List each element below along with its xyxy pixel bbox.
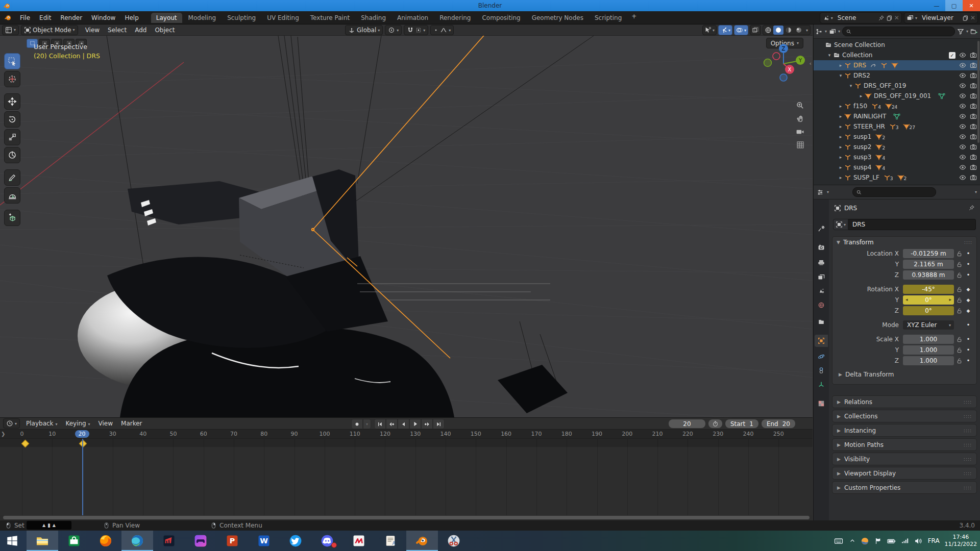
current-frame-field[interactable]: 20 [669,419,705,428]
camera-icon[interactable] [970,72,977,79]
viewport-menu-add[interactable]: Add [131,27,151,34]
transform-panel-header[interactable]: ▼ Transform :::: [832,237,976,248]
auto-keying-toggle[interactable] [351,419,363,429]
timeline-expand-icon[interactable]: ❯ [1,431,5,437]
camera-view-icon[interactable] [796,128,804,136]
tool-transform[interactable] [4,147,20,163]
close-button[interactable]: ✕ [963,0,980,11]
keyframe-diamond-icon[interactable]: ◆ [964,308,972,313]
keying-set-dropdown[interactable]: ▾ [363,419,371,429]
drag-handle-icon[interactable]: :::: [964,428,972,433]
camera-icon[interactable] [970,113,977,120]
timeline-channels[interactable] [0,439,813,515]
eye-icon[interactable] [959,113,966,120]
shading-wireframe-button[interactable] [763,26,773,35]
display-mode-icon[interactable] [829,28,836,35]
taskbar-snipping-tool[interactable] [438,531,470,551]
taskbar-word[interactable]: W [248,531,280,551]
panel-custom-properties[interactable]: ▶Custom Properties:::: [832,481,977,494]
unlink-viewlayer-icon[interactable]: ✕ [970,14,975,21]
timeline-menu-view[interactable]: View [94,420,117,427]
expander-icon[interactable]: ▸ [837,144,844,149]
timeline-menu-marker[interactable]: Marker [117,420,146,427]
outliner-item-label[interactable]: susp1 [851,133,871,140]
expander-icon[interactable]: ▸ [837,175,844,180]
eye-icon[interactable] [959,82,966,89]
drag-handle-icon[interactable]: :::: [964,399,972,405]
mode-selector[interactable]: Object Mode▾ [21,25,78,35]
viewlayer-selector[interactable]: ▾ ViewLayer ✕ [904,12,978,23]
workspace-tab-geometry-nodes[interactable]: Geometry Nodes [527,13,589,23]
taskbar-blender[interactable] [406,531,438,551]
drag-handle-icon[interactable]: :::: [964,414,972,419]
unlink-scene-icon[interactable]: ✕ [894,14,899,21]
properties-tab-world[interactable] [815,299,828,311]
delta-transform-panel[interactable]: ▶Delta Transform [832,369,976,380]
xray-toggle[interactable] [750,25,761,35]
tool-measure[interactable] [4,187,20,204]
drag-handle-icon[interactable]: :::: [964,240,972,245]
use-preview-range-toggle[interactable] [708,419,722,428]
field-z[interactable]: 0.93888 m [903,270,954,280]
animate-dot-icon[interactable]: • [964,346,972,354]
lock-open-icon[interactable] [956,336,963,343]
lock-open-icon[interactable] [956,272,963,279]
animate-dot-icon[interactable]: • [964,336,972,343]
jump-first-button[interactable] [374,419,386,429]
lock-open-icon[interactable] [956,347,963,354]
properties-editor-icon[interactable] [817,189,824,196]
taskbar-clock[interactable]: 17:46 11/12/2022 [945,534,977,548]
lock-open-icon[interactable] [956,261,963,268]
outliner-scrollbar[interactable] [977,41,979,143]
animate-dot-icon[interactable]: • [964,357,972,364]
keyframe-diamond-icon[interactable]: ◆ [964,287,972,292]
eye-icon[interactable] [959,103,966,110]
timeline-menu-playback[interactable]: Playback ▾ [22,420,61,427]
workspace-tab-rendering[interactable]: Rendering [434,13,476,23]
properties-tab-physics[interactable] [815,350,828,363]
eye-icon[interactable] [959,52,966,59]
taskbar-game-launcher[interactable] [185,531,216,551]
eye-icon[interactable] [959,123,966,130]
taskbar-edge[interactable] [121,531,153,551]
panel-visibility[interactable]: ▶Visibility:::: [832,453,977,465]
keyframe-diamond-icon[interactable]: ◆ [964,297,972,303]
camera-icon[interactable] [970,164,977,171]
expander-icon[interactable]: ▸ [837,124,844,129]
panel-relations[interactable]: ▶Relations:::: [832,395,977,408]
animate-dot-icon[interactable]: • [964,321,972,329]
eye-icon[interactable] [959,174,966,181]
camera-icon[interactable] [970,133,977,140]
taskbar-file-explorer[interactable] [27,531,58,551]
properties-tab-constraints[interactable] [815,364,828,377]
battery-icon[interactable] [887,537,896,545]
outliner-item-label[interactable]: DRS_OFF_019 [862,82,906,89]
timeline-scrollbar[interactable] [3,516,810,519]
snap-toggle[interactable]: ▾ [404,25,428,35]
eye-icon[interactable] [959,154,966,161]
expander-icon[interactable]: ▸ [857,93,865,98]
expander-icon[interactable]: ▸ [837,114,844,119]
field-y[interactable]: ◂▸0° [903,295,954,305]
panel-instancing[interactable]: ▶Instancing:::: [832,424,977,437]
properties-search[interactable] [852,187,936,197]
play-button[interactable] [409,419,421,429]
camera-icon[interactable] [970,103,977,110]
weather-icon[interactable] [861,537,869,545]
menu-edit[interactable]: Edit [35,14,56,21]
properties-tab-output[interactable] [815,257,828,269]
animate-dot-icon[interactable]: • [964,271,972,279]
drag-handle-icon[interactable]: :::: [964,485,972,490]
taskbar-start[interactable] [0,531,24,551]
properties-tab-object[interactable] [815,335,828,347]
outliner-row-DRS[interactable]: ▸ DRS [814,60,980,70]
outliner-search-input[interactable] [854,28,951,35]
zoom-icon[interactable] [796,101,804,110]
expander-icon[interactable]: ▾ [837,73,844,78]
outliner-row-SUSP_LF[interactable]: ▸ SUSP_LF32 [814,172,980,183]
workspace-tab-modeling[interactable]: Modeling [183,13,222,23]
outliner-item-label[interactable]: SUSP_LF [851,174,879,181]
expander-icon[interactable]: ▸ [837,165,844,170]
field-scale-x[interactable]: 1.000 [903,335,954,344]
shading-material-preview-button[interactable] [783,26,794,35]
